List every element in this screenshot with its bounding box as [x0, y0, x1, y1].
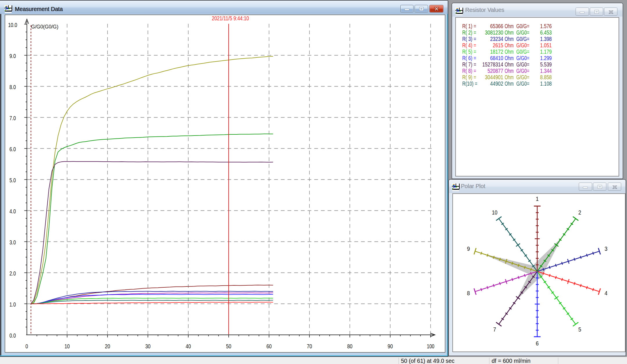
svg-text:1: 1	[536, 195, 539, 202]
svg-text:Ohm: Ohm	[505, 36, 514, 42]
svg-text:10: 10	[492, 209, 497, 216]
svg-text:G/G0=: G/G0=	[516, 68, 529, 74]
svg-text:Ohm: Ohm	[505, 74, 514, 80]
svg-text:3081230: 3081230	[485, 29, 503, 36]
svg-text:9: 9	[467, 245, 470, 252]
svg-text:100: 100	[427, 343, 434, 349]
svg-text:1.108: 1.108	[540, 80, 552, 87]
svg-text:R( 4) =: R( 4) =	[462, 42, 476, 48]
svg-text:70: 70	[307, 343, 312, 349]
svg-text:Ohm: Ohm	[505, 68, 514, 74]
svg-text:7.0: 7.0	[10, 115, 16, 121]
svg-text:G/G0=: G/G0=	[516, 55, 529, 61]
svg-text:8.858: 8.858	[540, 74, 552, 80]
svg-text:G/G0=: G/G0=	[516, 29, 529, 36]
svg-text:Ohm: Ohm	[505, 23, 514, 29]
svg-text:G0/G=: G0/G=	[516, 23, 529, 29]
svg-text:Ohm: Ohm	[505, 42, 514, 48]
svg-text:50: 50	[226, 343, 231, 349]
svg-text:90: 90	[388, 343, 393, 349]
svg-text:18172: 18172	[490, 48, 503, 55]
svg-text:R( 3) =: R( 3) =	[462, 36, 476, 42]
svg-text:R(10) =: R(10) =	[462, 80, 477, 87]
svg-text:40: 40	[186, 343, 191, 349]
svg-text:G/G0=: G/G0=	[516, 61, 529, 68]
svg-text:9.0: 9.0	[10, 53, 16, 59]
svg-text:R( 7) =: R( 7) =	[462, 61, 476, 68]
svg-text:30: 30	[145, 343, 151, 349]
svg-text:23234: 23234	[490, 36, 503, 42]
svg-text:G0/G=: G0/G=	[516, 36, 529, 42]
svg-text:0: 0	[26, 343, 28, 349]
svg-text:G/G0=: G/G0=	[516, 80, 529, 87]
svg-text:Ohm: Ohm	[505, 48, 514, 55]
svg-text:3: 3	[605, 245, 608, 252]
svg-text:1.344: 1.344	[540, 68, 552, 74]
svg-text:2615: 2615	[493, 42, 503, 48]
svg-text:R( 2) =: R( 2) =	[462, 29, 476, 36]
svg-text:4: 4	[605, 290, 608, 296]
svg-text:44902: 44902	[490, 80, 503, 87]
svg-text:10.0: 10.0	[8, 22, 17, 28]
svg-text:R( 9) =: R( 9) =	[462, 74, 476, 80]
svg-text:7: 7	[493, 326, 496, 333]
svg-text:3.0: 3.0	[10, 239, 16, 246]
svg-text:1.179: 1.179	[540, 48, 552, 55]
svg-text:5.0: 5.0	[10, 177, 16, 183]
svg-text:15278314: 15278314	[482, 61, 503, 68]
svg-text:5: 5	[578, 326, 581, 333]
svg-text:68410: 68410	[490, 55, 503, 61]
svg-text:20: 20	[105, 343, 110, 349]
svg-text:R( 6) =: R( 6) =	[462, 55, 476, 61]
svg-text:60: 60	[266, 343, 272, 349]
svg-text:Ohm: Ohm	[505, 29, 514, 36]
svg-text:6.453: 6.453	[540, 29, 552, 36]
svg-text:2021/11/5 9:44:10: 2021/11/5 9:44:10	[212, 15, 249, 21]
svg-text:520877: 520877	[488, 68, 503, 74]
svg-text:6: 6	[536, 340, 539, 347]
svg-text:1.0: 1.0	[10, 301, 16, 308]
svg-text:2.0: 2.0	[10, 270, 16, 277]
svg-text:3044901: 3044901	[485, 74, 503, 80]
svg-text:G/G0=: G/G0=	[516, 74, 529, 80]
svg-text:0.0: 0.0	[10, 332, 16, 339]
svg-text:Ohm: Ohm	[505, 55, 514, 61]
svg-text:4.0: 4.0	[10, 208, 16, 215]
svg-text:1.398: 1.398	[540, 36, 552, 42]
svg-text:10: 10	[65, 343, 70, 349]
svg-text:G0/G=: G0/G=	[516, 48, 529, 55]
svg-text:G/G0(G0/G): G/G0(G0/G)	[31, 24, 58, 30]
svg-text:5.539: 5.539	[540, 61, 552, 68]
svg-text:65366: 65366	[490, 23, 503, 29]
svg-text:8.0: 8.0	[10, 84, 16, 90]
svg-text:2: 2	[578, 209, 581, 216]
svg-text:1.576: 1.576	[540, 23, 552, 29]
svg-text:R( 5) =: R( 5) =	[462, 48, 476, 55]
svg-text:R( 8) =: R( 8) =	[462, 68, 476, 74]
svg-text:R( 1) =: R( 1) =	[462, 23, 476, 29]
svg-text:8: 8	[467, 290, 470, 296]
svg-text:1.299: 1.299	[540, 55, 552, 61]
svg-text:6.0: 6.0	[10, 146, 16, 152]
svg-text:G/G0=: G/G0=	[516, 42, 529, 48]
svg-text:80: 80	[347, 343, 352, 349]
svg-text:1.051: 1.051	[540, 42, 552, 48]
svg-text:Ohm: Ohm	[505, 61, 514, 68]
svg-text:Ohm: Ohm	[505, 80, 514, 87]
